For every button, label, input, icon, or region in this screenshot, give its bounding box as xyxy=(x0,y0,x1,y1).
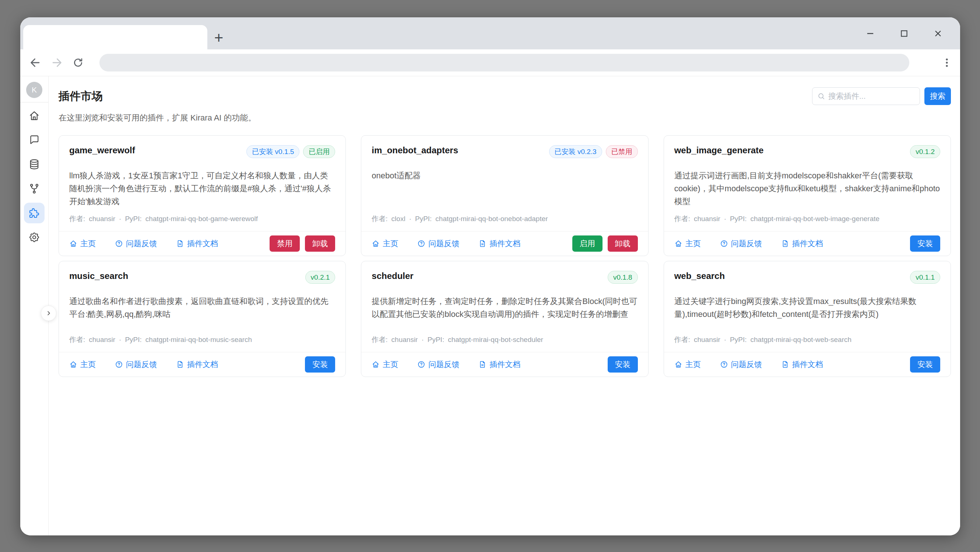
sidebar-item-plugins[interactable] xyxy=(24,203,45,223)
minimize-icon xyxy=(865,29,875,39)
sidebar-item-database[interactable] xyxy=(24,154,45,175)
url-bar[interactable] xyxy=(99,54,909,72)
plugin-action-button[interactable]: 启用 xyxy=(572,236,603,252)
plugin-badge: v0.2.1 xyxy=(305,271,336,284)
plugin-home-link[interactable]: 主页 xyxy=(675,359,701,370)
plugin-home-link[interactable]: 主页 xyxy=(69,359,96,370)
plugin-docs-link[interactable]: 插件文档 xyxy=(479,359,520,370)
plugin-action-button[interactable]: 安装 xyxy=(910,236,940,252)
workflow-icon xyxy=(29,183,40,195)
plugin-feedback-link-label: 问题反馈 xyxy=(126,359,157,370)
plugin-action-button[interactable]: 卸载 xyxy=(305,236,335,252)
header-row: 插件市场 搜索 xyxy=(59,87,951,105)
pypi-prefix: PyPI: xyxy=(125,336,142,344)
page-title: 插件市场 xyxy=(59,89,103,104)
home-icon xyxy=(675,239,682,247)
browser-window: + K xyxy=(20,17,960,535)
plugin-feedback-link[interactable]: 问题反馈 xyxy=(417,359,459,370)
sidebar-item-settings[interactable] xyxy=(24,227,45,247)
plugin-card-footer: 主页 问题反馈 插件文档 禁用卸载 xyxy=(59,231,345,256)
new-tab-button[interactable]: + xyxy=(210,29,227,46)
chat-icon xyxy=(29,134,40,146)
plugin-description: 提供新增定时任务，查询定时任务，删除定时任务及其聚合Block(同时也可以配置其… xyxy=(372,295,638,329)
search-icon xyxy=(817,92,825,100)
plugin-docs-link[interactable]: 插件文档 xyxy=(781,359,823,370)
pypi-prefix: PyPI: xyxy=(730,215,746,223)
author-prefix: 作者: xyxy=(372,214,387,224)
plugin-home-link-label: 主页 xyxy=(686,238,701,249)
plugin-badge: 已安装 v0.2.3 xyxy=(549,145,602,158)
plugin-action-button[interactable]: 安装 xyxy=(910,356,940,373)
browser-menu-button[interactable] xyxy=(937,52,957,73)
plugin-feedback-link[interactable]: 问题反馈 xyxy=(720,359,762,370)
plugin-description: 通过关键字进行bing网页搜索,支持设置max_results(最大搜索结果数量… xyxy=(675,295,940,329)
author-prefix: 作者: xyxy=(69,214,85,224)
plugin-feedback-link[interactable]: 问题反馈 xyxy=(720,238,762,249)
plugin-docs-link[interactable]: 插件文档 xyxy=(479,238,520,249)
pypi-prefix: PyPI: xyxy=(125,215,142,223)
plugin-name: music_search xyxy=(69,271,128,281)
author-prefix: 作者: xyxy=(372,335,387,345)
plugin-feedback-link[interactable]: 问题反馈 xyxy=(115,359,157,370)
plugin-badges: v0.2.1 xyxy=(305,271,336,284)
plugin-feedback-link[interactable]: 问题反馈 xyxy=(417,238,459,249)
page-content: K xyxy=(20,76,960,535)
plugin-card-head: scheduler v0.1.8 xyxy=(372,271,638,284)
question-circle-icon xyxy=(720,239,728,247)
pypi-prefix: PyPI: xyxy=(730,336,746,344)
plugin-badge: v0.1.2 xyxy=(910,145,940,158)
main-area: 插件市场 搜索 在这里浏览和安装可用的插件，扩展 Kirara AI 的功能。 … xyxy=(49,76,960,535)
plugin-card-body: music_search v0.2.1 通过歌曲名和作者进行歌曲搜素，返回歌曲直… xyxy=(59,261,345,352)
plugin-actions: 安装 xyxy=(305,356,335,373)
plugin-badge: v0.1.8 xyxy=(608,271,638,284)
plugin-docs-link-label: 插件文档 xyxy=(792,238,823,249)
plugin-card: web_search v0.1.1 通过关键字进行bing网页搜索,支持设置ma… xyxy=(663,261,951,377)
sidebar-item-workflow[interactable] xyxy=(24,178,45,199)
browser-tab[interactable] xyxy=(23,25,207,49)
plugin-feedback-link-label: 问题反馈 xyxy=(731,359,762,370)
plugin-home-link[interactable]: 主页 xyxy=(372,238,398,249)
plugin-docs-link[interactable]: 插件文档 xyxy=(176,238,218,249)
plugin-docs-link[interactable]: 插件文档 xyxy=(781,238,823,249)
back-button[interactable] xyxy=(25,52,46,73)
question-circle-icon xyxy=(417,239,425,247)
plugin-feedback-link-label: 问题反馈 xyxy=(126,238,157,249)
author-prefix: 作者: xyxy=(69,335,85,345)
avatar[interactable]: K xyxy=(26,82,42,98)
reload-button[interactable] xyxy=(67,52,89,73)
plugin-author-value: chuansir xyxy=(89,336,115,344)
close-button[interactable] xyxy=(921,17,955,49)
plugin-card-footer: 主页 问题反馈 插件文档 安装 xyxy=(664,352,951,377)
close-icon xyxy=(933,29,943,39)
sidebar-expand-button[interactable] xyxy=(41,305,56,321)
plugin-actions: 禁用卸载 xyxy=(270,236,335,252)
plugin-actions: 安装 xyxy=(608,356,638,373)
plugin-action-button[interactable]: 卸载 xyxy=(608,236,638,252)
plugin-home-link-label: 主页 xyxy=(383,359,398,370)
plugin-docs-link[interactable]: 插件文档 xyxy=(176,359,218,370)
author-prefix: 作者: xyxy=(675,214,690,224)
minimize-button[interactable] xyxy=(853,17,887,49)
plugin-home-link[interactable]: 主页 xyxy=(372,359,398,370)
sidebar-item-home[interactable] xyxy=(24,105,45,126)
plugin-action-button[interactable]: 安装 xyxy=(608,356,638,373)
plugin-name: game_werewolf xyxy=(69,145,135,155)
plugin-home-link[interactable]: 主页 xyxy=(675,238,701,249)
plugin-card-body: web_search v0.1.1 通过关键字进行bing网页搜索,支持设置ma… xyxy=(664,261,951,352)
forward-button[interactable] xyxy=(46,52,67,73)
search-input[interactable] xyxy=(828,92,915,101)
plugin-card-footer: 主页 问题反馈 插件文档 启用卸载 xyxy=(361,231,648,256)
search-box xyxy=(812,87,920,105)
plugin-action-button[interactable]: 禁用 xyxy=(270,236,300,252)
plugin-meta: 作者: cloxl · PyPI: chatgpt-mirai-qq-bot-o… xyxy=(372,214,638,224)
plugins-icon xyxy=(29,207,40,219)
plugin-feedback-link[interactable]: 问题反馈 xyxy=(115,238,157,249)
plugin-action-button[interactable]: 安装 xyxy=(305,356,335,373)
document-icon xyxy=(176,239,184,247)
maximize-button[interactable] xyxy=(887,17,921,49)
sidebar-item-chat[interactable] xyxy=(24,130,45,150)
plugin-home-link[interactable]: 主页 xyxy=(69,238,96,249)
search-button[interactable]: 搜索 xyxy=(924,87,951,105)
home-icon xyxy=(675,361,682,369)
plugin-actions: 安装 xyxy=(910,356,940,373)
